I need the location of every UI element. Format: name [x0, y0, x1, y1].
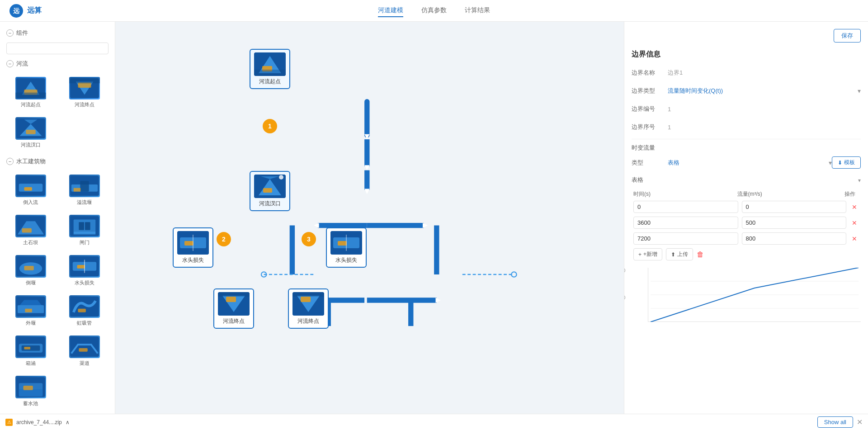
sidebar-item-gate[interactable]: 闸门 [58, 211, 110, 250]
outer-weir-label: 外堰 [26, 320, 36, 326]
sidebar-item-head-loss[interactable]: 水头损失 [58, 251, 110, 290]
svg-point-82 [279, 175, 283, 180]
delete-row-2[interactable]: ✕ [850, 234, 859, 243]
y-label-600: 600 [624, 295, 625, 300]
boundary-name-value: 边界1 [668, 69, 861, 77]
node-river-end-right[interactable]: 河流终点 [288, 288, 329, 329]
flow-input-1[interactable] [742, 217, 847, 229]
node-icon-river-start [254, 52, 286, 76]
channel-label: 渠道 [80, 360, 90, 367]
field-boundary-type: 边界类型 流量随时间变化(Q(t)) [632, 85, 861, 97]
sidebar-item-siphon[interactable]: 虹吸管 [58, 292, 110, 330]
sidebar-item-outer-weir[interactable]: 外堰 [5, 292, 57, 330]
sidebar-item-overflow[interactable]: 溢流堰 [58, 171, 110, 209]
earth-dam-icon [15, 215, 46, 237]
node-river-start[interactable]: 河流起点 [250, 49, 290, 89]
delete-all-button[interactable]: 🗑 [697, 250, 704, 259]
svg-rect-5 [15, 93, 46, 99]
svg-marker-61 [423, 223, 428, 228]
svg-marker-55 [364, 165, 369, 170]
template-button[interactable]: ⬇ 模板 [832, 156, 861, 169]
boundary-type-select[interactable]: 流量随时间变化(Q(t)) [668, 87, 861, 95]
flow-input-2[interactable] [742, 232, 847, 245]
circle-1-label: 1 [268, 123, 272, 130]
time-input-0[interactable] [633, 201, 738, 213]
tab-simulation[interactable]: 仿真参数 [421, 5, 447, 17]
circle-1[interactable]: 1 [263, 119, 277, 133]
logo-text: 远算 [27, 6, 42, 15]
boundary-number-value: 1 [668, 106, 861, 113]
field-boundary-name: 边界名称 边界1 [632, 66, 861, 79]
sidebar: − 组件 − 河流 河流起点 [0, 22, 115, 414]
logo-icon: 远 [9, 4, 24, 18]
svg-rect-9 [69, 77, 100, 84]
node-head-loss-right[interactable]: 水头损失 [326, 227, 367, 268]
type-select[interactable]: 表格 [668, 159, 832, 167]
boundary-number-label: 边界编号 [632, 105, 668, 113]
channel-icon [69, 335, 100, 358]
table-header: 时间(s) 流量(m³/s) 操作 [632, 190, 861, 198]
add-row-button[interactable]: + +新增 [633, 248, 662, 260]
node-box-river-end-left: 河流终点 [213, 288, 254, 329]
river-section-header[interactable]: − 河流 [0, 57, 115, 71]
svg-rect-31 [24, 266, 33, 270]
sidebar-item-river-start[interactable]: 河流起点 [5, 73, 57, 112]
svg-rect-94 [218, 292, 250, 297]
table-section-title: 表格 [632, 176, 643, 184]
time-var-section: 时变流量 类型 表格 ⬇ 模板 [632, 144, 861, 169]
type-label: 类型 [632, 159, 668, 167]
svg-rect-40 [70, 297, 99, 317]
circle-3[interactable]: 3 [302, 232, 316, 246]
svg-rect-47 [79, 348, 87, 352]
node-label-river-end-left: 河流终点 [223, 317, 245, 325]
boundary-order-value: 1 [668, 124, 861, 131]
svg-rect-41 [78, 309, 85, 312]
sidebar-item-river-end[interactable]: 河流终点 [58, 73, 110, 112]
head-loss-label: 水头损失 [75, 279, 94, 286]
main-content: − 组件 − 河流 河流起点 [0, 22, 868, 414]
sidebar-item-weir[interactable]: 倒堰 [5, 251, 57, 290]
weir-icon [15, 255, 46, 278]
upload-icon: ⬆ [671, 251, 675, 258]
sidebar-item-earth-dam[interactable]: 土石坝 [5, 211, 57, 250]
search-input[interactable] [6, 43, 108, 54]
earth-dam-label: 土石坝 [23, 239, 38, 246]
diagram-svg [115, 22, 624, 414]
hydraulic-section-header[interactable]: − 水工建筑物 [0, 155, 115, 168]
node-river-end-left[interactable]: 河流终点 [213, 288, 254, 329]
sidebar-item-channel[interactable]: 渠道 [58, 332, 110, 370]
tab-channel-model[interactable]: 河道建模 [378, 5, 403, 17]
save-button[interactable]: 保存 [834, 29, 861, 43]
close-button[interactable]: ✕ [857, 418, 863, 426]
river-section-label: 河流 [16, 60, 28, 68]
node-label-head-loss-left: 水头损失 [182, 256, 204, 264]
sidebar-item-reservoir[interactable]: 蓄水池 [5, 372, 57, 411]
time-input-2[interactable] [633, 232, 738, 245]
svg-rect-39 [25, 309, 32, 312]
svg-rect-13 [26, 130, 35, 134]
col-action-header: 操作 [841, 190, 859, 198]
circle-2[interactable]: 2 [217, 232, 231, 246]
svg-rect-34 [77, 265, 85, 269]
node-confluence[interactable]: 河流汊口 [250, 171, 290, 211]
table-section-header[interactable]: 表格 [632, 173, 861, 187]
delete-row-0[interactable]: ✕ [850, 203, 859, 212]
sidebar-item-pour[interactable]: 倒入流 [5, 171, 57, 209]
upload-button[interactable]: ⬆ 上传 [666, 248, 693, 260]
bottom-right: Show all ✕ [817, 416, 863, 428]
delete-row-1[interactable]: ✕ [850, 218, 859, 227]
tab-results[interactable]: 计算结果 [465, 5, 490, 17]
sidebar-item-culvert[interactable]: 箱涵 [5, 332, 57, 370]
boundary-type-label: 边界类型 [632, 87, 668, 95]
upload-btn-label: 上传 [677, 250, 688, 258]
node-head-loss-left[interactable]: 水头损失 [173, 227, 213, 268]
node-box-head-loss-right: 水头损失 [326, 227, 367, 268]
time-input-1[interactable] [633, 217, 738, 229]
confluence-label: 河流汊口 [21, 142, 41, 148]
group-section-header[interactable]: − 组件 [0, 26, 115, 40]
svg-point-73 [511, 272, 516, 277]
flow-input-0[interactable] [742, 201, 847, 213]
canvas-area[interactable]: 河流起点 1 河流汊口 [115, 22, 624, 414]
sidebar-item-confluence[interactable]: 河流汊口 [5, 113, 57, 152]
show-all-button[interactable]: Show all [817, 416, 853, 428]
